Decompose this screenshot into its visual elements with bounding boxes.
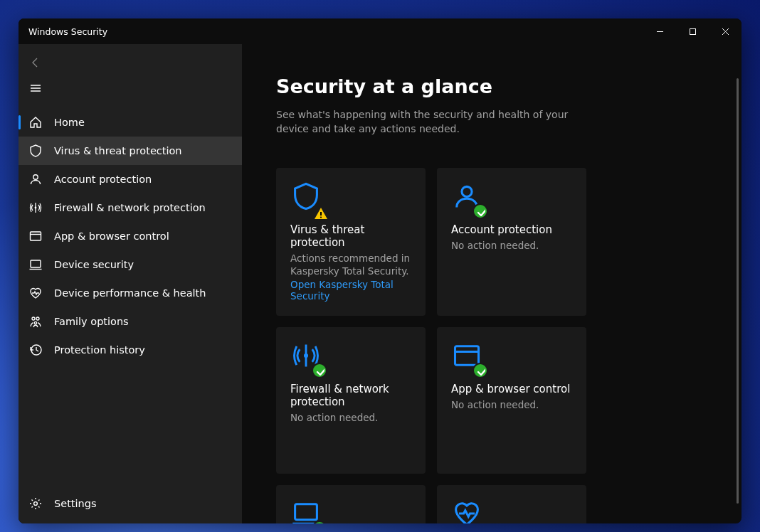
sidebar-item-label: App & browser control <box>54 230 169 242</box>
sidebar-item-label: Account protection <box>54 174 152 185</box>
tile-subtitle: No action needed. <box>451 398 572 411</box>
sidebar-item-label: Virus & threat protection <box>54 145 182 156</box>
scrollbar[interactable] <box>737 78 739 504</box>
window-title: Windows Security <box>28 26 107 37</box>
page-subtitle: See what's happening with the security a… <box>276 107 582 137</box>
app-window: Windows Security HomeVirus & th <box>19 18 741 523</box>
account-icon <box>28 172 43 186</box>
sidebar-item-label: Family options <box>54 316 129 327</box>
tile-subtitle: No action needed. <box>451 239 572 252</box>
tile-title: Virus & threat protection <box>290 223 411 249</box>
browser-icon <box>28 229 43 243</box>
device-icon <box>28 257 43 272</box>
sidebar-item-history[interactable]: Protection history <box>19 336 242 364</box>
sidebar-item-browser[interactable]: App & browser control <box>19 222 242 250</box>
tile-title: Firewall & network protection <box>290 383 411 408</box>
sidebar: HomeVirus & threat protectionAccount pro… <box>19 44 242 523</box>
family-icon <box>28 314 43 329</box>
tile-subtitle: No action needed. <box>290 411 411 424</box>
sidebar-item-account[interactable]: Account protection <box>19 165 242 193</box>
health-icon <box>451 498 482 523</box>
sidebar-item-label: Device security <box>54 259 134 270</box>
shield-icon <box>290 181 322 216</box>
sidebar-item-home[interactable]: Home <box>19 108 242 137</box>
tile-shield[interactable]: Virus & threat protectionActions recomme… <box>276 168 426 316</box>
sidebar-item-label: Device performance & health <box>54 287 206 299</box>
status-ok-badge <box>473 363 488 378</box>
svg-point-19 <box>320 216 322 218</box>
tile-browser[interactable]: App & browser controlNo action needed. <box>437 327 586 474</box>
status-ok-badge <box>473 203 488 219</box>
settings-icon <box>28 496 43 511</box>
tile-title: App & browser control <box>451 383 572 395</box>
tiles-grid: Virus & threat protectionActions recomme… <box>276 168 707 523</box>
sidebar-item-health[interactable]: Device performance & health <box>19 279 242 307</box>
back-button[interactable] <box>21 50 50 75</box>
browser-icon <box>451 340 482 376</box>
window-controls <box>643 18 741 44</box>
tile-health[interactable] <box>437 485 586 523</box>
sidebar-item-device[interactable]: Device security <box>19 250 242 279</box>
status-ok-badge <box>312 363 327 378</box>
firewall-icon <box>28 201 43 215</box>
shield-icon <box>28 144 43 158</box>
health-icon <box>28 286 43 300</box>
svg-rect-15 <box>690 28 695 34</box>
status-warn-badge <box>313 206 329 220</box>
sidebar-item-settings[interactable]: Settings <box>19 489 242 518</box>
titlebar: Windows Security <box>19 18 741 44</box>
close-button[interactable] <box>709 18 741 44</box>
account-icon <box>451 181 482 216</box>
tile-link[interactable]: Open Kaspersky Total Security <box>290 279 411 302</box>
sidebar-item-family[interactable]: Family options <box>19 307 242 336</box>
tile-subtitle: Actions recommended in Kaspersky Total S… <box>290 252 411 277</box>
minimize-button[interactable] <box>643 18 676 44</box>
sidebar-item-label: Settings <box>54 498 96 509</box>
firewall-icon <box>290 340 322 376</box>
menu-button[interactable] <box>21 75 50 101</box>
tile-account[interactable]: Account protectionNo action needed. <box>437 168 586 316</box>
home-icon <box>28 115 43 129</box>
content-area: Security at a glance See what's happenin… <box>242 44 741 523</box>
page-title: Security at a glance <box>276 75 707 97</box>
sidebar-item-label: Protection history <box>54 344 145 356</box>
tile-title: Account protection <box>451 223 572 236</box>
nav-list: HomeVirus & threat protectionAccount pro… <box>19 108 242 489</box>
tile-device[interactable] <box>276 485 426 523</box>
device-icon <box>290 498 322 523</box>
sidebar-item-firewall[interactable]: Firewall & network protection <box>19 193 242 222</box>
maximize-button[interactable] <box>676 18 709 44</box>
sidebar-item-label: Firewall & network protection <box>54 202 206 213</box>
sidebar-item-shield[interactable]: Virus & threat protection <box>19 137 242 165</box>
tile-firewall[interactable]: Firewall & network protectionNo action n… <box>276 327 426 474</box>
history-icon <box>28 343 43 357</box>
sidebar-item-label: Home <box>54 117 85 128</box>
